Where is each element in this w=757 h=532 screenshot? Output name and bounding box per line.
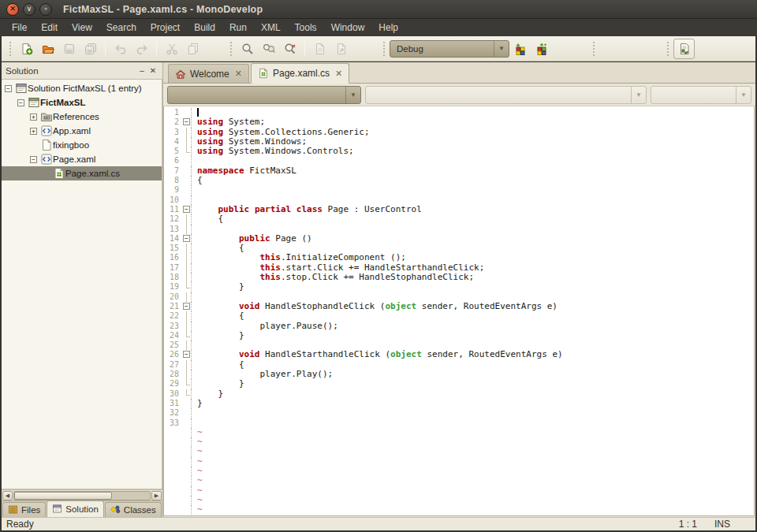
pad-tab-solution[interactable]: Solution	[47, 500, 104, 517]
fold-margin[interactable]: −	[182, 234, 192, 244]
fold-margin[interactable]: −	[182, 205, 192, 214]
document-tab-label: Page.xaml.cs	[273, 68, 330, 79]
menu-project[interactable]: Project	[144, 20, 187, 35]
fold-margin[interactable]: −	[182, 117, 192, 127]
code-line[interactable]: ~	[164, 496, 754, 505]
code-line[interactable]: 9	[164, 185, 754, 195]
fold-collapse-icon[interactable]: −	[183, 303, 190, 310]
fold-collapse-icon[interactable]: −	[183, 118, 190, 125]
tree-item-page-xaml[interactable]: −Page.xaml	[2, 152, 162, 166]
breadcrumb-combobox-1[interactable]: ▼	[167, 86, 361, 104]
fold-collapse-icon[interactable]: −	[183, 206, 190, 213]
code-line[interactable]: 32	[164, 408, 754, 418]
scroll-right-icon[interactable]: ▶	[151, 491, 162, 500]
maximize-button[interactable]: ▫	[39, 3, 52, 16]
scroll-left-icon[interactable]: ◀	[2, 491, 13, 500]
debug-blocks-button[interactable]	[509, 39, 531, 59]
chevron-down-icon[interactable]: ▼	[736, 87, 751, 103]
expander-plus-icon[interactable]: +	[30, 113, 37, 121]
code-line[interactable]: 7namespace FictMaxSL	[164, 166, 754, 176]
dock-close-icon[interactable]: ✕	[147, 66, 158, 75]
code-line[interactable]: 8{	[164, 176, 754, 185]
menu-file[interactable]: File	[5, 20, 34, 35]
chevron-down-icon[interactable]: ▼	[631, 87, 646, 103]
minimize-button[interactable]: ∨	[23, 3, 35, 16]
code-line[interactable]: ~	[164, 457, 754, 467]
configuration-combobox-value: Debug	[390, 44, 494, 54]
code-line[interactable]: 31}	[164, 399, 754, 408]
code-line[interactable]: 21− void HandleStophandleClick (object s…	[164, 302, 754, 311]
tree-item-references[interactable]: +References	[2, 110, 162, 124]
code-line[interactable]: ~	[164, 467, 754, 476]
menu-search[interactable]: Search	[99, 20, 144, 35]
chevron-down-icon[interactable]: ▼	[345, 87, 360, 103]
code-line[interactable]: ~	[164, 437, 754, 447]
code-line[interactable]: 5using System.Windows.Controls;	[164, 147, 754, 156]
code-line[interactable]: 18 this.stop.Click += HandleStophandleCl…	[164, 273, 754, 282]
scrollbar-thumb[interactable]	[14, 492, 112, 500]
open-folder-button[interactable]	[37, 39, 58, 59]
code-editor[interactable]: 12−using System;3using System.Collection…	[163, 106, 755, 516]
find-replace-button[interactable]	[258, 39, 279, 59]
tree-item-fixingboo[interactable]: fixingboo	[2, 138, 162, 152]
code-line[interactable]: ~	[164, 505, 754, 515]
code-line[interactable]: 29 }	[164, 379, 754, 389]
configuration-combobox[interactable]: Debug▼	[390, 40, 509, 58]
fold-margin[interactable]: −	[182, 350, 192, 359]
menu-edit[interactable]: Edit	[34, 20, 65, 35]
code-line[interactable]: 33	[164, 419, 754, 428]
find-in-files-button[interactable]	[279, 39, 300, 59]
chevron-down-icon[interactable]: ▼	[494, 41, 509, 57]
script-run-button[interactable]	[673, 39, 695, 59]
fold-collapse-icon[interactable]: −	[183, 235, 190, 242]
close-button[interactable]: ✕	[6, 3, 19, 16]
line-number	[164, 428, 182, 437]
debug-blocks-add-button[interactable]	[531, 39, 552, 59]
dock-minimize-icon[interactable]: –	[136, 66, 147, 75]
menu-window[interactable]: Window	[324, 20, 372, 35]
code-line[interactable]: ~	[164, 486, 754, 496]
search-button[interactable]	[237, 39, 258, 59]
tree-item-solution-fictmaxsl-1-entry[interactable]: −Solution FictMaxSL (1 entry)	[2, 81, 162, 95]
code-line[interactable]: 14− public Page ()	[164, 234, 754, 244]
code-line[interactable]: ~	[164, 476, 754, 485]
tree-item-app-xaml[interactable]: +App.xaml	[2, 124, 162, 138]
menu-xml[interactable]: XML	[254, 20, 288, 35]
code-line[interactable]: ~	[164, 428, 754, 437]
document-tab-welcome[interactable]: Welcome✕	[168, 64, 249, 83]
pad-tab-classes[interactable]: Classes	[105, 502, 162, 517]
tab-close-icon[interactable]: ✕	[335, 69, 342, 79]
tree-item-label: App.xaml	[53, 126, 91, 136]
menu-run[interactable]: Run	[222, 20, 254, 35]
tree-item-fictmaxsl[interactable]: −FictMaxSL	[2, 95, 162, 110]
new-file-button[interactable]	[16, 39, 37, 59]
expander-minus-icon[interactable]: −	[17, 99, 24, 106]
expander-minus-icon[interactable]: −	[30, 156, 37, 163]
code-line[interactable]: ~	[164, 447, 754, 456]
code-line[interactable]: 28 player.Play();	[164, 370, 754, 379]
code-line[interactable]: 11− public partial class Page : UserCont…	[164, 205, 754, 214]
code-line[interactable]: 24 }	[164, 331, 754, 340]
scrollbar-trough[interactable]	[13, 491, 151, 500]
tree-item-page-xaml-cs[interactable]: Page.xaml.cs	[2, 166, 162, 180]
goto-file-icon	[314, 43, 326, 55]
fold-margin[interactable]: −	[182, 302, 192, 311]
menu-tools[interactable]: Tools	[288, 20, 324, 35]
pad-tab-files[interactable]: Files	[2, 502, 46, 517]
menu-build[interactable]: Build	[187, 20, 222, 35]
breadcrumb-combobox-2[interactable]: ▼	[365, 86, 647, 104]
code-line[interactable]: 26− void HandleStarthandleClick (object …	[164, 350, 754, 359]
tab-close-icon[interactable]: ✕	[235, 69, 242, 79]
menu-help[interactable]: Help	[371, 20, 405, 35]
code-line[interactable]: 19 }	[164, 282, 754, 292]
solution-hscrollbar[interactable]: ◀ ▶	[2, 489, 162, 500]
expander-minus-icon[interactable]: −	[5, 85, 12, 92]
document-tab-page-xaml-cs[interactable]: Page.xaml.cs✕	[251, 63, 349, 84]
code-line[interactable]: 12 {	[164, 214, 754, 224]
menu-view[interactable]: View	[65, 20, 99, 35]
code-line[interactable]: 30 }	[164, 389, 754, 399]
expander-plus-icon[interactable]: +	[30, 128, 37, 135]
code-line[interactable]: 23 player.Pause();	[164, 322, 754, 331]
breadcrumb-combobox-3[interactable]: ▼	[651, 86, 751, 104]
fold-collapse-icon[interactable]: −	[183, 351, 190, 358]
